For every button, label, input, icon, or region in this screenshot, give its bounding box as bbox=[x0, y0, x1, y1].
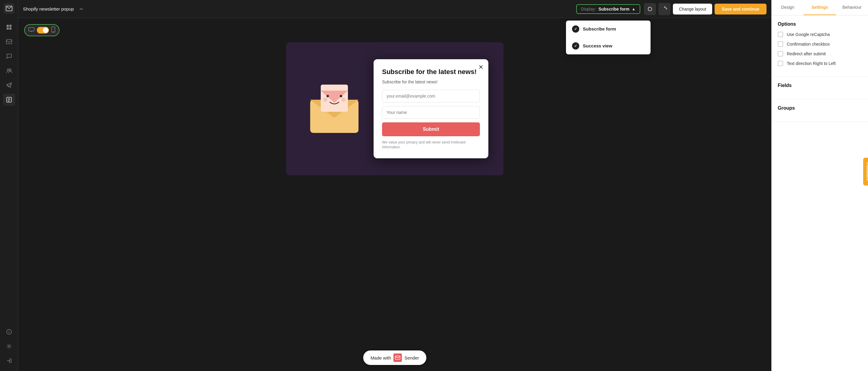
groups-section: Groups bbox=[772, 99, 868, 122]
save-continue-button[interactable]: Save and continue bbox=[715, 4, 767, 14]
tab-design[interactable]: Design bbox=[772, 0, 804, 15]
svg-point-7 bbox=[9, 69, 11, 71]
sender-logo bbox=[394, 353, 402, 362]
recaptcha-label: Use Google reCaptcha bbox=[787, 32, 830, 37]
popup-subtitle: Subscribe for the latest news! bbox=[382, 80, 480, 84]
sidebar-item-chat[interactable] bbox=[3, 50, 15, 62]
option-row-recaptcha: Use Google reCaptcha bbox=[778, 32, 862, 37]
canvas-background: ✕ Subscribe for the latest news! Subscri… bbox=[286, 42, 503, 175]
svg-point-26 bbox=[341, 98, 345, 102]
svg-point-15 bbox=[9, 331, 9, 331]
toggle-knob bbox=[43, 28, 48, 33]
change-layout-button[interactable]: Change layout bbox=[673, 4, 712, 14]
panel-tabs: Design Settings Behaviour bbox=[772, 0, 868, 16]
dropdown-subscribe-label: Subscribe form bbox=[583, 26, 616, 31]
svg-point-24 bbox=[340, 95, 342, 97]
svg-marker-8 bbox=[7, 83, 11, 88]
dropdown-item-success[interactable]: ✓ Success view bbox=[566, 37, 651, 54]
option-row-confirmation: Confirmation checkbox bbox=[778, 41, 862, 47]
option-row-redirect: Redirect after submit bbox=[778, 51, 862, 57]
sidebar-item-forms[interactable] bbox=[3, 94, 15, 106]
sender-brand-name: Sender bbox=[404, 355, 419, 361]
name-input[interactable] bbox=[382, 106, 480, 119]
sidebar-logo bbox=[4, 3, 14, 14]
dropdown-item-subscribe[interactable]: ✓ Subscribe form bbox=[566, 21, 651, 37]
svg-point-6 bbox=[7, 69, 9, 71]
svg-rect-17 bbox=[29, 28, 34, 31]
svg-rect-1 bbox=[7, 25, 9, 27]
display-value: Subscribe form bbox=[598, 7, 629, 11]
fields-section: Fields bbox=[772, 77, 868, 99]
topbar-actions: Change layout Save and continue bbox=[644, 3, 767, 15]
envelope-illustration bbox=[301, 75, 368, 142]
popup-title-label: Shopify newsletter popup bbox=[23, 6, 74, 11]
main-content: Shopify newsletter popup ✏ Display: Subs… bbox=[18, 0, 771, 371]
privacy-text: We value your privacy and will never sen… bbox=[382, 140, 480, 150]
submit-button[interactable]: Submit bbox=[382, 122, 480, 136]
mobile-icon[interactable] bbox=[51, 27, 55, 34]
canvas-area: ✕ Subscribe for the latest news! Subscri… bbox=[18, 18, 771, 371]
check-icon-success: ✓ bbox=[572, 42, 579, 50]
check-icon-subscribe: ✓ bbox=[572, 25, 579, 33]
display-label: Display: bbox=[581, 7, 596, 11]
sidebar-item-audience[interactable] bbox=[3, 65, 15, 77]
edit-title-icon[interactable]: ✏ bbox=[80, 7, 83, 11]
confirmation-label: Confirmation checkbox bbox=[787, 42, 830, 47]
redirect-checkbox[interactable] bbox=[778, 51, 783, 57]
recaptcha-checkbox[interactable] bbox=[778, 32, 783, 37]
options-title: Options bbox=[778, 22, 862, 27]
sidebar-item-dashboard[interactable] bbox=[3, 21, 15, 33]
svg-point-25 bbox=[323, 98, 328, 102]
display-dropdown-menu: ✓ Subscribe form ✓ Success view bbox=[566, 21, 651, 54]
undo-button[interactable] bbox=[644, 3, 656, 15]
redo-button[interactable] bbox=[658, 3, 671, 15]
dropdown-arrow-icon: ▲ bbox=[632, 7, 636, 11]
topbar: Shopify newsletter popup ✏ Display: Subs… bbox=[18, 0, 771, 18]
fields-title: Fields bbox=[778, 83, 862, 88]
display-selector[interactable]: Display: Subscribe form ▲ bbox=[576, 4, 640, 14]
popup-heading: Subscribe for the latest news! bbox=[382, 68, 480, 76]
sidebar-item-email[interactable] bbox=[3, 36, 15, 48]
svg-rect-4 bbox=[9, 28, 11, 30]
groups-title: Groups bbox=[778, 105, 862, 111]
rtl-checkbox[interactable] bbox=[778, 61, 783, 66]
email-input[interactable] bbox=[382, 90, 480, 102]
confirmation-checkbox[interactable] bbox=[778, 41, 783, 47]
redirect-label: Redirect after submit bbox=[787, 51, 826, 56]
popup-close-button[interactable]: ✕ bbox=[478, 63, 484, 71]
right-panel: Design Settings Behaviour Options Use Go… bbox=[771, 0, 868, 371]
desktop-icon[interactable] bbox=[28, 27, 34, 33]
svg-point-23 bbox=[327, 95, 329, 97]
viewport-toggle-switch[interactable] bbox=[37, 27, 49, 34]
made-with-sender: Made with Sender bbox=[363, 350, 427, 365]
tab-behaviour[interactable]: Behaviour bbox=[836, 0, 868, 15]
sidebar-item-settings[interactable] bbox=[3, 340, 15, 352]
svg-rect-3 bbox=[7, 28, 9, 30]
made-with-prefix: Made with bbox=[371, 355, 391, 361]
sidebar bbox=[0, 0, 18, 371]
viewport-toggle[interactable] bbox=[24, 24, 60, 36]
popup-card: ✕ Subscribe for the latest news! Subscri… bbox=[374, 59, 488, 158]
dropdown-success-label: Success view bbox=[583, 43, 613, 48]
sidebar-item-logout[interactable] bbox=[3, 355, 15, 367]
svg-rect-27 bbox=[395, 356, 400, 360]
svg-rect-5 bbox=[6, 39, 12, 44]
tab-settings[interactable]: Settings bbox=[804, 0, 836, 15]
sidebar-item-info[interactable] bbox=[3, 326, 15, 338]
rtl-label: Text direction Right to Left bbox=[787, 61, 836, 66]
svg-rect-2 bbox=[9, 25, 11, 27]
options-section: Options Use Google reCaptcha Confirmatio… bbox=[772, 16, 868, 77]
display-selector-wrapper: Display: Subscribe form ▲ ✓ Subscribe fo… bbox=[576, 4, 640, 14]
feedback-tab[interactable]: Feedback bbox=[864, 158, 868, 185]
svg-point-16 bbox=[8, 345, 10, 347]
sidebar-item-campaigns[interactable] bbox=[3, 79, 15, 91]
option-row-rtl: Text direction Right to Left bbox=[778, 61, 862, 66]
